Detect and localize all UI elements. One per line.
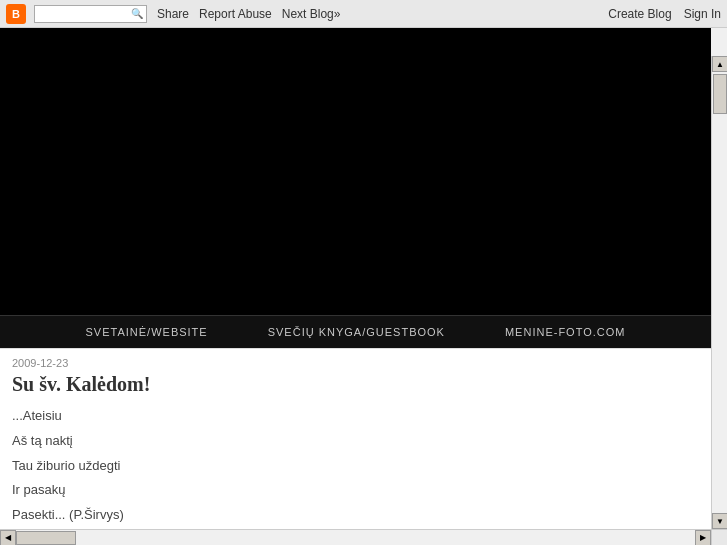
navbar-links: Share Report Abuse Next Blog» [157, 7, 340, 21]
create-blog-link[interactable]: Create Blog [608, 7, 671, 21]
scroll-left-button[interactable]: ◀ [0, 530, 16, 546]
post-date: 2009-12-23 [12, 357, 699, 369]
main-content: SVETAINĖ/WEBSITE SVEČIŲ KNYGA/GUESTBOOK … [0, 28, 711, 529]
post-line-2: Aš tą naktį [12, 431, 699, 452]
vertical-scrollbar: ▲ ▼ [711, 56, 727, 529]
top-navbar: B 🔍 Share Report Abuse Next Blog» Create… [0, 0, 727, 28]
scroll-down-button[interactable]: ▼ [712, 513, 727, 529]
post-body: ...Ateisiu Aš tą naktį Tau žiburio uždeg… [12, 406, 699, 526]
scrollbar-corner [711, 529, 727, 545]
share-link[interactable]: Share [157, 7, 189, 21]
search-icon[interactable]: 🔍 [131, 8, 143, 19]
blog-post-area: 2009-12-23 Su šv. Kalėdom! ...Ateisiu Aš… [0, 348, 711, 529]
post-title: Su šv. Kalėdom! [12, 373, 699, 396]
report-abuse-link[interactable]: Report Abuse [199, 7, 272, 21]
post-line-1: ...Ateisiu [12, 406, 699, 427]
post-line-5: Pasekti... (P.Širvys) [12, 505, 699, 526]
website-nav-link[interactable]: SVETAINĖ/WEBSITE [86, 326, 208, 338]
search-input[interactable] [38, 6, 128, 22]
scroll-thumb[interactable] [713, 74, 727, 114]
navbar-right: Create Blog Sign In [608, 7, 721, 21]
search-box[interactable]: 🔍 [34, 5, 147, 23]
next-blog-link[interactable]: Next Blog» [282, 7, 341, 21]
foto-nav-link[interactable]: MENINE-FOTO.COM [505, 326, 626, 338]
blog-nav-bar: SVETAINĖ/WEBSITE SVEČIŲ KNYGA/GUESTBOOK … [0, 315, 711, 348]
h-scroll-thumb[interactable] [16, 531, 76, 545]
horizontal-scrollbar: ◀ ▶ [0, 529, 711, 545]
post-line-3: Tau žiburio uždegti [12, 456, 699, 477]
scroll-right-button[interactable]: ▶ [695, 530, 711, 546]
guestbook-nav-link[interactable]: SVEČIŲ KNYGA/GUESTBOOK [268, 326, 445, 338]
post-line-4: Ir pasakų [12, 480, 699, 501]
scroll-track[interactable] [712, 72, 727, 513]
scroll-up-button[interactable]: ▲ [712, 56, 727, 72]
h-scroll-track[interactable] [16, 530, 695, 545]
blogger-logo: B [6, 4, 26, 24]
blog-banner: SVETAINĖ/WEBSITE SVEČIŲ KNYGA/GUESTBOOK … [0, 28, 711, 348]
logo-letter: B [12, 8, 20, 20]
sign-in-link[interactable]: Sign In [684, 7, 721, 21]
